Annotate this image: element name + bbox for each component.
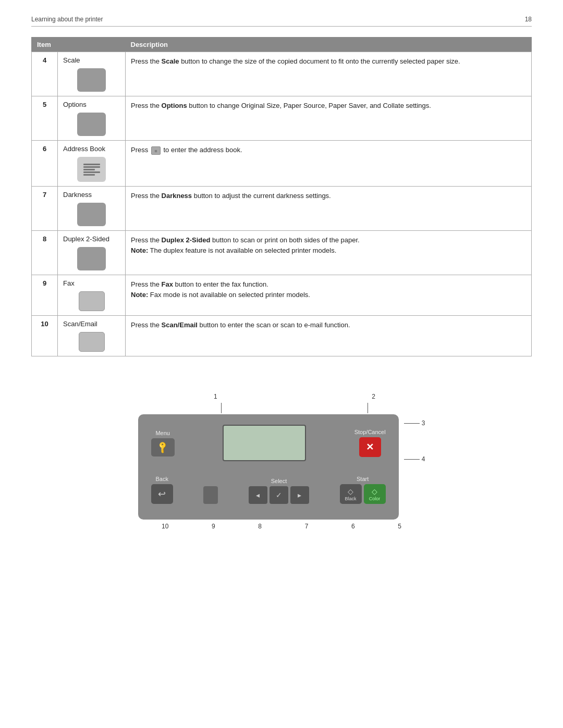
bottom-num-6: 6 (351, 523, 355, 530)
item-name: Scale (58, 52, 126, 96)
bottom-num-10: 10 (162, 523, 168, 530)
item-number: 8 (32, 231, 58, 275)
table-row: 5 Options Press the Options button to ch… (32, 96, 532, 141)
features-table: Item Description 4 Scale Press the Scale… (31, 37, 532, 356)
item-name: Duplex 2-Sided (58, 231, 126, 275)
select-nav-section: Select ◂ ✓ ▸ (249, 478, 309, 504)
item-description: Press the Options button to change Origi… (126, 96, 532, 141)
bottom-num-9: 9 (212, 523, 215, 530)
printer-panel: Menu 🔑 Stop/Cancel ✕ Back (138, 414, 399, 520)
item-number: 4 (32, 52, 58, 96)
check-icon: ✓ (276, 491, 282, 499)
diamond-color-icon: ◇ (372, 487, 377, 496)
table-row: 6 Address Book Press (32, 141, 532, 187)
printer-diagram: 1 2 Menu 🔑 Stop/Cancel (99, 372, 464, 530)
bottom-num-5: 5 (398, 523, 401, 530)
back-section: Back ↩ (151, 476, 173, 504)
display-screen (223, 425, 306, 461)
start-color-button[interactable]: ◇ Color (364, 484, 386, 504)
item-number: 7 (32, 187, 58, 231)
options-button-icon (77, 113, 106, 136)
table-row: 10 Scan/Email Press the Scan/Email butto… (32, 316, 532, 356)
black-label: Black (345, 496, 357, 501)
arrow-left-icon: ◂ (256, 491, 260, 499)
item-description: Press the Duplex 2-Sided button to scan … (126, 231, 532, 275)
nav-right-button[interactable]: ▸ (290, 486, 309, 504)
item-name: Darkness (58, 187, 126, 231)
select-label: Select (271, 478, 287, 484)
item-name: Address Book (58, 141, 126, 187)
nav-check-button[interactable]: ✓ (270, 486, 288, 504)
fax-button-icon (79, 291, 105, 311)
bottom-num-8: 8 (258, 523, 262, 530)
stop-cancel-button[interactable]: ✕ (359, 437, 381, 457)
header-left: Learning about the printer (31, 16, 103, 23)
x-icon: ✕ (366, 441, 374, 453)
start-black-button[interactable]: ◇ Black (340, 484, 362, 504)
item-description: Press the Scale button to change the siz… (126, 52, 532, 96)
col-item: Item (32, 38, 58, 52)
callout-1: 1 (214, 393, 217, 400)
back-button[interactable]: ↩ (151, 484, 173, 504)
scan-email-button-icon (79, 332, 105, 352)
menu-button[interactable]: 🔑 (151, 438, 175, 456)
scale-button-icon (77, 68, 106, 92)
arrow-right-icon: ▸ (298, 491, 301, 499)
header-right: 18 (525, 16, 532, 23)
item-name: Fax (58, 275, 126, 316)
start-label: Start (357, 476, 369, 482)
color-label: Color (369, 496, 381, 501)
start-section: Start ◇ Black ◇ Color (340, 476, 386, 504)
nav-left-button[interactable]: ◂ (249, 486, 267, 504)
item-description: Press the Fax button to enter the fax fu… (126, 275, 532, 316)
item-description: Press the Scan/Email button to enter the… (126, 316, 532, 356)
item-name: Options (58, 96, 126, 141)
item-number: 10 (32, 316, 58, 356)
callout-2: 2 (372, 393, 375, 400)
callout-4: 4 (422, 455, 425, 463)
diamond-black-icon: ◇ (348, 487, 353, 496)
col-name (58, 38, 126, 52)
menu-section: Menu 🔑 (151, 430, 175, 456)
table-row: 9 Fax Press the Fax button to enter the … (32, 275, 532, 316)
menu-label: Menu (155, 430, 170, 436)
callout-3: 3 (422, 419, 425, 427)
item-description: Press the Darkness button to adjust the … (126, 187, 532, 231)
bottom-numbers-row: 10 9 8 7 6 5 (151, 523, 412, 530)
key-icon: 🔑 (155, 440, 170, 454)
page-header: Learning about the printer 18 (31, 16, 532, 27)
item-description: Press ≡ to enter the address book. (126, 141, 532, 187)
table-row: 4 Scale Press the Scale button to change… (32, 52, 532, 96)
item-number: 5 (32, 96, 58, 141)
address-book-button-icon (77, 157, 106, 182)
stop-cancel-section: Stop/Cancel ✕ (354, 429, 386, 457)
duplex-button-icon (77, 247, 106, 270)
table-row: 8 Duplex 2-Sided Press the Duplex 2-Side… (32, 231, 532, 275)
stop-cancel-label: Stop/Cancel (354, 429, 386, 435)
bottom-num-7: 7 (305, 523, 309, 530)
item-number: 9 (32, 275, 58, 316)
col-description: Description (126, 38, 532, 52)
back-label: Back (155, 476, 168, 482)
back-arrow-icon: ↩ (158, 488, 166, 500)
darkness-button-icon (77, 203, 106, 226)
item-number: 6 (32, 141, 58, 187)
table-row: 7 Darkness Press the Darkness button to … (32, 187, 532, 231)
item-name: Scan/Email (58, 316, 126, 356)
